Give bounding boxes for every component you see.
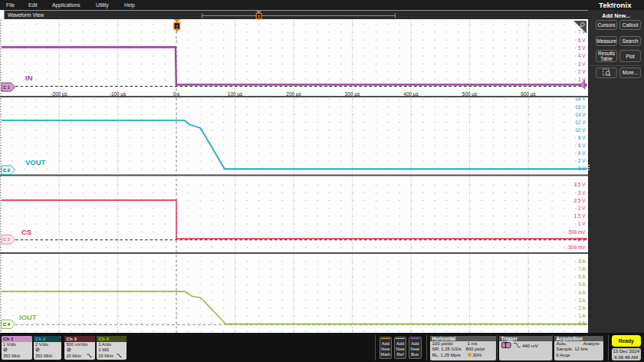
svg-text:100 µs: 100 µs <box>228 91 242 97</box>
svg-text:VOUT: VOUT <box>25 158 46 166</box>
svg-text:6 V: 6 V <box>578 38 586 43</box>
svg-text:3 V: 3 V <box>578 61 586 67</box>
svg-text:5 A: 5 A <box>578 281 586 287</box>
svg-text:6 A: 6 A <box>578 274 586 279</box>
svg-text:300 µs: 300 µs <box>345 91 360 97</box>
svg-text:12 V: 12 V <box>576 120 586 125</box>
svg-text:CS: CS <box>21 228 31 236</box>
svg-text:3.5 V: 3.5 V <box>574 182 586 187</box>
svg-text:4 A: 4 A <box>578 290 586 295</box>
svg-text:8 V: 8 V <box>578 135 586 140</box>
svg-text:8 A: 8 A <box>578 258 586 264</box>
svg-text:0 V: 0 V <box>578 237 586 242</box>
svg-text:500 mV: 500 mV <box>569 229 586 235</box>
svg-text:2 V: 2 V <box>578 206 586 211</box>
svg-text:-100 µs: -100 µs <box>110 91 126 97</box>
svg-text:C 4: C 4 <box>3 322 11 327</box>
svg-text:1 V: 1 V <box>578 221 586 226</box>
svg-text:C 3: C 3 <box>3 237 11 242</box>
svg-text:0 s: 0 s <box>173 91 180 97</box>
svg-text:0 A: 0 A <box>578 321 586 326</box>
svg-text:18 V: 18 V <box>576 96 586 101</box>
svg-text:2 V: 2 V <box>578 158 586 163</box>
svg-text:16 V: 16 V <box>576 104 586 110</box>
svg-text:2 A: 2 A <box>578 305 586 311</box>
svg-text:1.5 V: 1.5 V <box>574 213 586 219</box>
svg-text:2.5 V: 2.5 V <box>574 198 586 203</box>
svg-text:14 V: 14 V <box>576 112 586 117</box>
svg-text:500 µs: 500 µs <box>462 91 477 97</box>
svg-text:400 µs: 400 µs <box>403 91 418 97</box>
svg-text:4 V: 4 V <box>578 150 586 156</box>
svg-text:-200 µs: -200 µs <box>51 91 67 97</box>
svg-text:3 V: 3 V <box>578 190 586 196</box>
svg-text:C 2: C 2 <box>3 168 10 173</box>
svg-text:10 V: 10 V <box>576 127 586 133</box>
svg-text:1 A: 1 A <box>578 313 586 318</box>
svg-text:600 µs: 600 µs <box>521 91 535 97</box>
svg-text:2 V: 2 V <box>578 69 586 74</box>
svg-text:7 A: 7 A <box>578 266 586 272</box>
svg-text:0 V: 0 V <box>578 166 586 171</box>
svg-text:T: T <box>258 15 261 19</box>
svg-text:6 V: 6 V <box>578 143 586 148</box>
svg-text:IOUT: IOUT <box>19 313 37 321</box>
svg-text:T: T <box>176 25 179 29</box>
svg-text:200 µs: 200 µs <box>286 91 301 97</box>
svg-text:3 A: 3 A <box>578 298 586 303</box>
svg-text:-500 mV: -500 mV <box>567 245 586 250</box>
svg-text:5 V: 5 V <box>578 45 586 51</box>
svg-text:C 1: C 1 <box>3 85 11 90</box>
svg-text:IN: IN <box>25 74 33 82</box>
svg-text:4 V: 4 V <box>578 53 586 58</box>
